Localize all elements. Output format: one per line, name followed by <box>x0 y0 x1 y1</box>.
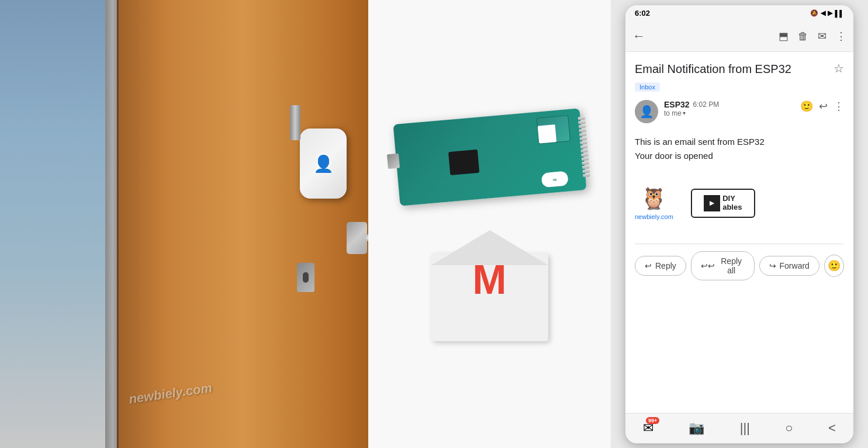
arduino-board: ∞ <box>393 108 586 206</box>
menu-button[interactable]: ||| <box>740 421 750 436</box>
qr-code-pattern <box>537 124 556 144</box>
email-body-line1: This is an email sent from ESP32 <box>635 135 844 149</box>
home-button[interactable]: ○ <box>785 421 793 436</box>
reply-bar: ↩ Reply ↩↩ Reply all ↪ Forward 🙂 <box>635 244 844 287</box>
pin <box>577 116 585 120</box>
status-bar: 6:02 🔕 ◀ ▶ ▌▌ <box>625 5 853 22</box>
gmail-m-letter: M <box>472 259 506 300</box>
pin <box>580 145 587 148</box>
forward-button[interactable]: ↪ Forward <box>759 256 819 276</box>
emoji-button[interactable]: 🙂 <box>824 255 844 277</box>
to-me-label: to me ▾ <box>664 109 794 117</box>
reply-button[interactable]: ↩ Reply <box>635 256 686 276</box>
alarm-icon: 🔕 <box>810 9 818 17</box>
pin <box>579 133 586 136</box>
sender-avatar: 👤 <box>635 100 658 123</box>
header-actions: ⬒ 🗑 ✉ ⋮ <box>779 30 846 43</box>
reply-all-label: Reply all <box>718 256 745 275</box>
reply-icon: ↩ <box>645 261 652 270</box>
arduino-logo: ∞ <box>541 171 568 187</box>
door-surface: 👤 <box>117 0 368 448</box>
arduino-wifi-module <box>536 115 570 144</box>
pin <box>582 165 589 169</box>
sender-row: 👤 ESP32 6:02 PM to me ▾ 🙂 ↩ ⋮ <box>635 100 844 123</box>
forward-icon: ↪ <box>769 261 776 270</box>
signal-icon: ◀ <box>821 9 825 17</box>
owl-icon: 🦉 <box>641 186 667 211</box>
send-time: 6:02 PM <box>693 100 720 109</box>
emoji-reaction-button[interactable]: 🙂 <box>800 100 813 113</box>
labels-button[interactable]: ✉ <box>818 30 826 43</box>
lock-strike-plate <box>290 105 300 140</box>
left-panel: 👤 newbiely.com <box>0 0 368 448</box>
email-content: Email Notification from ESP32 ☆ Inbox 👤 … <box>625 52 853 413</box>
more-options-button[interactable]: ⋮ <box>836 30 846 43</box>
newbiely-logo: 🦉 newbiely.com <box>635 186 673 220</box>
pin <box>581 153 588 157</box>
email-body-line2: Your door is opened <box>635 149 844 163</box>
status-time: 6:02 <box>635 9 650 18</box>
middle-panel: ∞ M <box>368 0 611 448</box>
sender-name: ESP32 <box>664 100 690 109</box>
notification-badge: 99+ <box>646 417 659 424</box>
back-nav-button[interactable]: < <box>828 421 836 436</box>
pin <box>582 169 589 173</box>
gmail-envelope-container: M <box>426 245 554 350</box>
forward-label: Forward <box>780 261 810 270</box>
camera-icon[interactable]: 📷 <box>689 421 704 436</box>
delete-button[interactable]: 🗑 <box>798 30 808 43</box>
arduino-container: ∞ <box>390 99 589 227</box>
pin <box>578 120 585 124</box>
lock-person-icon: 👤 <box>313 154 334 173</box>
sender-info: ESP32 6:02 PM to me ▾ <box>664 100 794 117</box>
ables-text: DIY ables <box>722 195 742 211</box>
diyables-logo: ▶ DIY ables <box>691 189 755 218</box>
arduino-usb-port <box>386 153 399 169</box>
pin <box>580 149 587 152</box>
pin <box>583 173 590 177</box>
pin <box>582 161 589 165</box>
avatar-icon: 👤 <box>639 105 654 119</box>
pin <box>579 129 586 132</box>
quick-reply-button[interactable]: ↩ <box>819 100 828 113</box>
sender-actions: 🙂 ↩ ⋮ <box>800 100 844 113</box>
diy-square: ▶ <box>704 195 720 211</box>
gmail-app-icon-container: ✉ 99+ <box>643 421 653 436</box>
diy-play-icon: ▶ <box>710 200 714 206</box>
phone-frame: 6:02 🔕 ◀ ▶ ▌▌ ← ⬒ 🗑 ✉ ⋮ Email Notificati… <box>625 5 853 443</box>
pin <box>578 124 585 128</box>
chevron-down-icon[interactable]: ▾ <box>683 110 686 116</box>
archive-button[interactable]: ⬒ <box>779 30 789 43</box>
smart-lock: 👤 <box>300 129 347 199</box>
newbiely-url: newbiely.com <box>635 213 673 220</box>
envelope-body: M <box>431 253 548 341</box>
right-panel: 6:02 🔕 ◀ ▶ ▌▌ ← ⬒ 🗑 ✉ ⋮ Email Notificati… <box>611 0 868 448</box>
door-handle <box>347 222 367 254</box>
reply-label: Reply <box>655 261 676 270</box>
inbox-badge[interactable]: Inbox <box>635 82 660 92</box>
sender-name-row: ESP32 6:02 PM <box>664 100 794 109</box>
email-body: This is an email sent from ESP32 Your do… <box>635 135 844 163</box>
email-subject: Email Notification from ESP32 <box>635 61 791 77</box>
gmail-app-header: ← ⬒ 🗑 ✉ ⋮ <box>625 22 853 52</box>
status-icons: 🔕 ◀ ▶ ▌▌ <box>810 9 844 17</box>
handle-rose <box>347 222 367 254</box>
battery-icon: ▌▌ <box>835 10 844 17</box>
star-button[interactable]: ☆ <box>834 61 844 75</box>
sender-more-button[interactable]: ⋮ <box>834 100 844 113</box>
keyhole <box>303 272 309 283</box>
pin <box>579 137 586 140</box>
logo-row: 🦉 newbiely.com ▶ DIY ables <box>635 180 844 226</box>
wifi-icon: ▶ <box>828 9 832 17</box>
arduino-pins <box>577 116 590 177</box>
back-button[interactable]: ← <box>632 29 645 44</box>
pin <box>581 157 588 161</box>
reply-all-button[interactable]: ↩↩ Reply all <box>691 251 755 280</box>
wall-background <box>0 0 117 448</box>
arduino-chip <box>448 149 479 175</box>
bottom-nav: ✉ 99+ 📷 ||| ○ < <box>625 413 853 443</box>
reply-all-icon: ↩↩ <box>701 261 715 270</box>
keyhole-plate <box>297 263 314 292</box>
emoji-icon: 🙂 <box>828 259 841 272</box>
pin <box>580 141 587 144</box>
